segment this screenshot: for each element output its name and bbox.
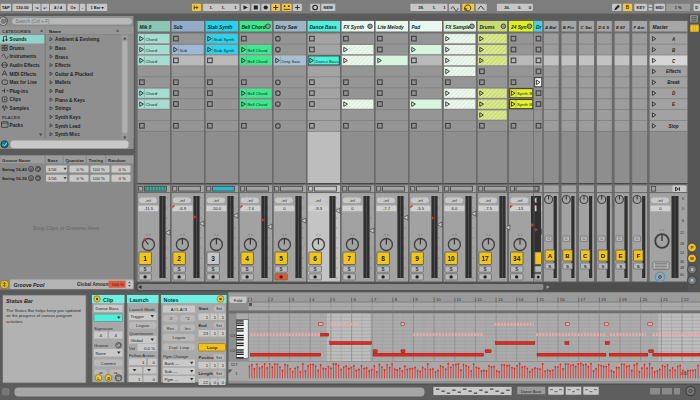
svg-text:Chord: Chord: [145, 48, 157, 53]
svg-text:Drums: Drums: [479, 25, 495, 30]
svg-text:S: S: [246, 267, 249, 272]
svg-text:Set: Set: [216, 371, 223, 376]
svg-text:on the progress of various pro: on the progress of various program: [6, 313, 73, 318]
svg-text:PLACES: PLACES: [2, 115, 20, 120]
svg-text:13: 13: [498, 297, 503, 302]
svg-text:6: 6: [682, 197, 684, 201]
svg-text:24 Syn: 24 Syn: [510, 25, 527, 30]
svg-text:Chord: Chord: [145, 102, 157, 107]
svg-text:Vel: Vel: [129, 346, 135, 351]
svg-text:Strings: Strings: [55, 106, 72, 111]
svg-text:C: C: [583, 237, 586, 241]
svg-text:< >: < >: [180, 233, 185, 237]
svg-text:Timing: Timing: [89, 158, 104, 163]
svg-text:C: C: [600, 237, 603, 241]
svg-text:< >: < >: [384, 233, 389, 237]
svg-text:Synth Keys: Synth Keys: [55, 115, 81, 120]
svg-text:Name: Name: [49, 29, 62, 34]
svg-text:Inv: Inv: [185, 326, 191, 331]
svg-text:S: S: [212, 267, 215, 272]
svg-text:activities.: activities.: [6, 319, 23, 324]
svg-text:1/32: 1/32: [680, 371, 689, 376]
svg-text:Bass: Bass: [55, 46, 67, 51]
svg-text:P: P: [691, 245, 694, 250]
svg-text:Global Amount: Global Amount: [77, 282, 110, 287]
svg-text:12: 12: [680, 231, 684, 235]
svg-text:Sub: Sub: [173, 25, 182, 30]
svg-text:-7.7: -7.7: [383, 206, 391, 211]
svg-text:Clips: Clips: [10, 97, 22, 102]
svg-text:S: S: [314, 267, 317, 272]
svg-text:15: 15: [539, 297, 544, 302]
svg-text:Packs: Packs: [10, 123, 24, 128]
svg-text:Fold: Fold: [234, 298, 243, 303]
svg-text:Quantization: Quantization: [129, 331, 154, 336]
svg-text:Base: Base: [48, 158, 59, 163]
svg-text:100 %: 100 %: [112, 282, 125, 287]
svg-text:11: 11: [457, 297, 462, 302]
svg-text:14: 14: [519, 297, 524, 302]
svg-text:S: S: [691, 267, 694, 272]
svg-text:D: D: [695, 5, 698, 10]
svg-text:FX Sample: FX Sample: [445, 25, 470, 30]
svg-text:< >: < >: [350, 233, 355, 237]
svg-text:A: A: [548, 253, 553, 259]
svg-text:-inf: -inf: [517, 198, 524, 203]
svg-text:48: 48: [680, 266, 684, 270]
svg-text:Pad: Pad: [411, 25, 421, 30]
svg-text:-inf: -inf: [145, 198, 152, 203]
svg-text:9: 9: [415, 255, 419, 262]
svg-text:2: 2: [177, 255, 181, 262]
svg-text:S: S: [484, 267, 487, 272]
svg-text:127: 127: [231, 362, 239, 367]
svg-text:< >: < >: [660, 228, 665, 232]
svg-text:24: 24: [680, 251, 684, 255]
svg-text:E: E: [619, 253, 623, 259]
svg-text:Effects: Effects: [666, 69, 681, 74]
svg-text:< >: < >: [452, 233, 457, 237]
svg-text:10: 10: [447, 255, 455, 262]
svg-text:Chord: Chord: [145, 37, 157, 42]
svg-text:Bell Chord: Bell Chord: [247, 48, 268, 53]
svg-text:S: S: [450, 267, 453, 272]
svg-text:Position: Position: [199, 355, 216, 360]
svg-text:100 %: 100 %: [93, 176, 106, 181]
svg-text:0 %: 0 %: [118, 176, 126, 181]
svg-text:MIDI: MIDI: [656, 6, 664, 10]
svg-text:130.00: 130.00: [16, 5, 29, 10]
svg-text:C: C: [618, 237, 621, 241]
svg-text:-13: -13: [517, 206, 524, 211]
svg-text:Ø: Ø: [107, 376, 110, 381]
svg-text:22: 22: [203, 380, 208, 385]
svg-text:< >: < >: [248, 233, 253, 237]
svg-text:Pad: Pad: [55, 89, 64, 94]
svg-text:O●: O●: [71, 6, 76, 10]
svg-text:-inf: -inf: [657, 198, 664, 203]
svg-text:16: 16: [560, 297, 565, 302]
svg-text:12: 12: [477, 297, 482, 302]
svg-text:End: End: [199, 323, 207, 328]
svg-text:Brass: Brass: [55, 55, 68, 60]
svg-text:0.0 %: 0.0 %: [144, 346, 155, 351]
svg-text:Stab Synth: Stab Synth: [213, 48, 235, 53]
svg-text:MIDI Effects: MIDI Effects: [10, 72, 37, 77]
svg-text:Start: Start: [199, 306, 209, 311]
svg-text:-inf: -inf: [281, 198, 288, 203]
svg-text:S: S: [566, 264, 569, 269]
svg-text:-9.3: -9.3: [315, 206, 323, 211]
svg-text:-7.6: -7.6: [247, 206, 255, 211]
svg-text:S: S: [584, 264, 587, 269]
svg-text:Dirty Saw: Dirty Saw: [275, 25, 297, 30]
svg-text:1: 1: [143, 255, 147, 262]
svg-text:The Status Bar helps keep you: The Status Bar helps keep you updated: [6, 308, 81, 313]
svg-text:6.0: 6.0: [451, 206, 457, 211]
svg-text:F: F: [636, 253, 640, 259]
svg-text:Set: Set: [216, 323, 223, 328]
svg-text:Chord: Chord: [145, 59, 157, 64]
svg-text:26.: 26.: [504, 5, 510, 10]
svg-text:Global: Global: [131, 338, 143, 343]
svg-text:*2: *2: [186, 316, 191, 321]
svg-text:KEY: KEY: [637, 5, 646, 10]
svg-text:Pgm Change: Pgm Change: [163, 354, 189, 359]
svg-text:Swing 16-36: Swing 16-36: [2, 176, 27, 181]
